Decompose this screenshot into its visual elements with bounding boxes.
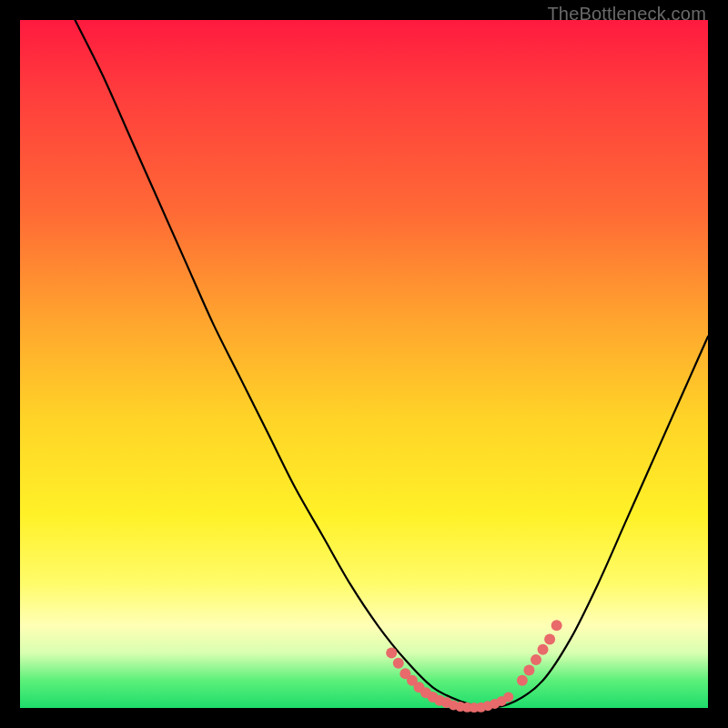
highlight-dot (503, 692, 513, 702)
highlight-dot (544, 633, 555, 644)
highlight-dot (551, 620, 562, 631)
highlight-dots-right (517, 620, 562, 685)
bottleneck-curve (75, 20, 708, 708)
plot-area (20, 20, 708, 708)
chart-frame: TheBottleneck.com (0, 0, 728, 728)
highlight-dots-left (386, 648, 451, 708)
highlight-dot (538, 644, 549, 655)
highlight-dot (517, 675, 528, 686)
highlight-dot (531, 654, 541, 665)
highlight-dot (393, 658, 404, 669)
highlight-dots-bottom (449, 692, 513, 713)
highlight-dot (523, 664, 534, 675)
highlight-dot (386, 648, 397, 659)
curve-svg (20, 20, 708, 708)
